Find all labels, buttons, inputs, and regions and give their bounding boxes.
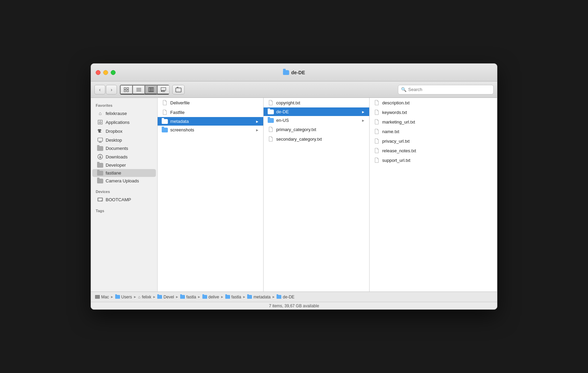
item-label: metadata xyxy=(170,119,189,124)
file-icon xyxy=(374,157,380,163)
window-title: de-DE xyxy=(283,70,305,75)
favorites-label: Favorites xyxy=(91,101,157,109)
list-item[interactable]: de-DE ► xyxy=(264,107,369,116)
folder-icon xyxy=(225,295,230,299)
svg-rect-7 xyxy=(149,88,150,92)
svg-rect-14 xyxy=(176,88,181,92)
maximize-button[interactable] xyxy=(111,70,116,75)
column-2: copyright.txt de-DE ► en-US ► primary_c xyxy=(264,98,370,292)
file-icon xyxy=(268,100,274,106)
sidebar-item-fastlane[interactable]: fastlane xyxy=(92,169,156,177)
chevron-right-icon: ► xyxy=(255,119,259,124)
breadcrumb-separator: ► xyxy=(133,295,137,299)
folder-icon xyxy=(180,295,185,299)
breadcrumb-separator: ► xyxy=(152,295,156,299)
breadcrumb-item[interactable]: Devel xyxy=(157,295,174,299)
list-item[interactable]: support_url.txt xyxy=(370,155,497,165)
minimize-button[interactable] xyxy=(103,70,108,75)
breadcrumb-item[interactable]: metadata xyxy=(247,295,270,299)
list-item[interactable]: primary_category.txt xyxy=(264,125,369,134)
sidebar-item-label: Downloads xyxy=(106,154,128,159)
column-view-button[interactable] xyxy=(145,85,157,94)
forward-button[interactable]: › xyxy=(106,85,117,94)
svg-rect-11 xyxy=(161,91,162,92)
breadcrumb-label: Mac xyxy=(101,295,109,299)
list-item[interactable]: Deliverfile xyxy=(158,98,263,107)
breadcrumb-item[interactable]: delive xyxy=(202,295,219,299)
breadcrumb-item[interactable]: Mac xyxy=(95,295,109,299)
svg-rect-22 xyxy=(98,138,103,141)
item-label: en-US xyxy=(276,118,289,123)
breadcrumb-separator: ► xyxy=(242,295,246,299)
breadcrumb-item[interactable]: fastla xyxy=(180,295,196,299)
list-item[interactable]: screenshots ► xyxy=(158,126,263,134)
breadcrumb-label: felixk xyxy=(142,295,151,299)
action-button[interactable] xyxy=(172,85,185,94)
traffic-lights xyxy=(96,70,116,75)
svg-point-15 xyxy=(99,122,101,124)
item-label: keywords.txt xyxy=(382,110,407,115)
search-input[interactable] xyxy=(408,87,491,92)
tags-label: Tags xyxy=(91,207,157,214)
svg-rect-9 xyxy=(152,88,153,92)
file-icon xyxy=(162,100,168,106)
breadcrumb-item[interactable]: de-DE xyxy=(277,295,294,299)
list-item[interactable]: Fastfile xyxy=(158,107,263,117)
list-item[interactable]: metadata ► xyxy=(158,117,263,126)
list-item[interactable]: copyright.txt xyxy=(264,98,369,107)
breadcrumb-item[interactable]: ⌂ felixk xyxy=(138,295,151,299)
list-item[interactable]: description.txt xyxy=(370,98,497,107)
file-icon xyxy=(374,109,380,115)
folder-icon xyxy=(97,179,103,183)
breadcrumb-label: Devel xyxy=(163,295,174,299)
back-button[interactable]: ‹ xyxy=(94,85,105,94)
breadcrumb-separator: ► xyxy=(220,295,224,299)
sidebar-item-downloads[interactable]: Downloads xyxy=(92,152,156,161)
search-bar[interactable]: 🔍 xyxy=(398,85,494,94)
list-item[interactable]: keywords.txt xyxy=(370,107,497,117)
sidebar-item-dropbox[interactable]: Dropbox xyxy=(92,127,156,136)
breadcrumb: Mac ► Users ► ⌂ felixk ► Devel ► fastla xyxy=(91,292,497,302)
list-item[interactable]: marketing_url.txt xyxy=(370,117,497,127)
list-item[interactable]: privacy_url.txt xyxy=(370,136,497,146)
hd-icon xyxy=(95,295,100,299)
breadcrumb-item[interactable]: Users xyxy=(115,295,132,299)
sidebar-item-label: Developer xyxy=(106,163,126,168)
file-icon xyxy=(268,126,274,132)
gallery-view-button[interactable] xyxy=(157,85,169,94)
close-button[interactable] xyxy=(96,70,101,75)
home-icon: ⌂ xyxy=(138,295,141,299)
icon-view-button[interactable] xyxy=(120,85,132,94)
sidebar-item-bootcamp[interactable]: BOOTCAMP xyxy=(92,195,156,204)
svg-rect-10 xyxy=(161,88,166,90)
chevron-right-icon: ► xyxy=(361,110,365,114)
window-title-text: de-DE xyxy=(291,70,305,75)
sidebar-item-label: Documents xyxy=(106,146,128,151)
list-view-button[interactable] xyxy=(132,85,145,94)
column-3: description.txt keywords.txt marketing_u… xyxy=(370,98,497,292)
status-bar: 7 items, 39,67 GB available xyxy=(91,302,497,309)
bottom-area: Mac ► Users ► ⌂ felixk ► Devel ► fastla xyxy=(91,292,497,309)
sidebar-item-camera-uploads[interactable]: Camera Uploads xyxy=(92,177,156,185)
file-icon xyxy=(374,128,380,134)
list-item[interactable]: release_notes.txt xyxy=(370,146,497,155)
sidebar-item-documents[interactable]: Documents xyxy=(92,144,156,152)
sidebar-item-felixkrause[interactable]: ⌂ felixkrause xyxy=(92,109,156,118)
title-folder-icon xyxy=(283,70,289,75)
sidebar-item-desktop[interactable]: Desktop xyxy=(92,136,156,144)
sidebar-item-developer[interactable]: Developer xyxy=(92,161,156,169)
breadcrumb-label: delive xyxy=(209,295,219,299)
breadcrumb-item[interactable]: fastla xyxy=(225,295,241,299)
svg-rect-0 xyxy=(124,88,126,89)
list-item[interactable]: secondary_category.txt xyxy=(264,134,369,144)
item-label: support_url.txt xyxy=(382,158,410,163)
file-icon xyxy=(268,136,274,142)
list-item[interactable]: en-US ► xyxy=(264,116,369,125)
item-label: marketing_url.txt xyxy=(382,119,415,125)
item-label: release_notes.txt xyxy=(382,148,416,153)
file-icon xyxy=(374,119,380,125)
folder-icon xyxy=(268,110,274,114)
sidebar-item-applications[interactable]: Applications xyxy=(92,118,156,127)
folder-icon xyxy=(162,128,168,132)
list-item[interactable]: name.txt xyxy=(370,127,497,136)
